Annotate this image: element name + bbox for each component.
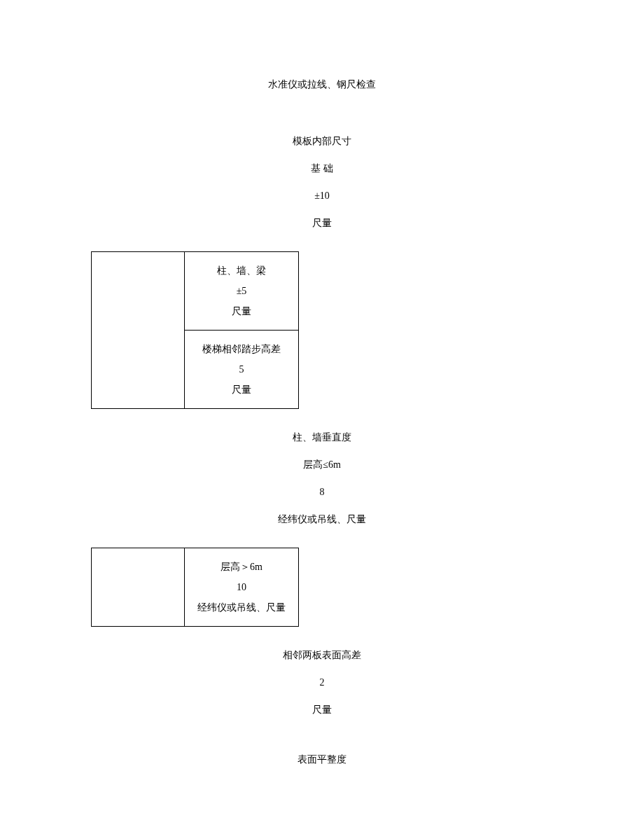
section-heading-adjacent-board: 相邻两板表面高差 (0, 648, 644, 662)
section-heading-vertical: 柱、墙垂直度 (0, 430, 644, 445)
foundation-method: 尺量 (0, 216, 644, 230)
cell-column-wall-beam: 柱、墙、梁 ±5 尺量 (185, 252, 299, 331)
tolerance-value: 5 (189, 362, 294, 377)
table-row: 柱、墙、梁 ±5 尺量 (92, 252, 299, 331)
sub-table-1: 柱、墙、梁 ±5 尺量 楼梯相邻踏步高差 5 尺量 (91, 251, 299, 409)
floor-height-subheading: 层高≤6m (0, 457, 644, 472)
sub-table-2: 层高＞6m 10 经纬仪或吊线、尺量 (91, 548, 299, 627)
method: 尺量 (189, 382, 294, 397)
cell-stair-step: 楼梯相邻踏步高差 5 尺量 (185, 331, 299, 409)
adjacent-board-method: 尺量 (0, 702, 644, 717)
tolerance-value: 10 (189, 580, 294, 595)
adjacent-board-value: 2 (0, 675, 644, 690)
foundation-value: ±10 (0, 188, 644, 203)
subheading: 柱、墙、梁 (189, 263, 294, 278)
tolerance-value: ±5 (189, 284, 294, 298)
subheading: 层高＞6m (189, 560, 294, 574)
empty-cell (92, 252, 185, 409)
empty-cell (92, 548, 185, 627)
section-heading-flatness: 表面平整度 (0, 752, 644, 767)
vertical-method: 经纬仪或吊线、尺量 (0, 512, 644, 527)
method: 尺量 (189, 304, 294, 319)
section-heading-internal-dim: 模板内部尺寸 (0, 134, 644, 148)
cell-floor-height-gt6: 层高＞6m 10 经纬仪或吊线、尺量 (185, 548, 299, 627)
method: 经纬仪或吊线、尺量 (189, 600, 294, 615)
subheading: 楼梯相邻踏步高差 (189, 342, 294, 356)
table-row: 层高＞6m 10 经纬仪或吊线、尺量 (92, 548, 299, 627)
vertical-value: 8 (0, 485, 644, 499)
foundation-subheading: 基 础 (0, 161, 644, 176)
inspection-method-top: 水准仪或拉线、钢尺检查 (0, 77, 644, 92)
